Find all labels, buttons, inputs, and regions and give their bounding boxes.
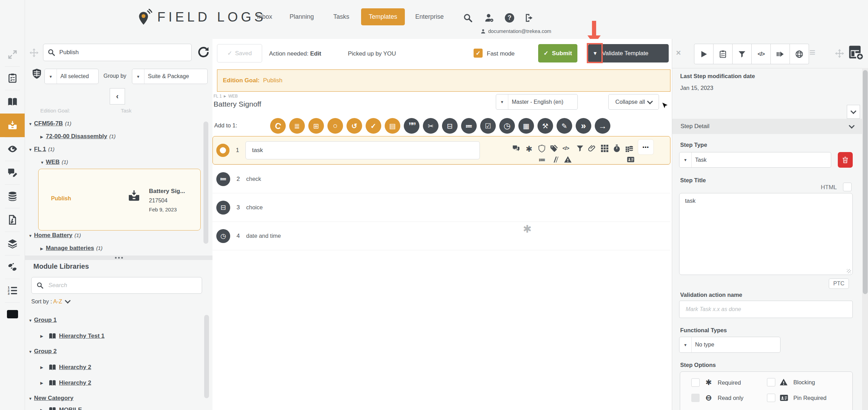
tree-item-cfm56[interactable]: ▼CFM56-7B(1) xyxy=(28,120,71,127)
nav-tasks[interactable]: Tasks xyxy=(333,13,349,20)
step-row-2[interactable]: ≔ 2 check xyxy=(212,165,670,193)
panel-resize-handle[interactable] xyxy=(25,256,212,260)
close-icon[interactable]: × xyxy=(676,48,681,58)
blocking-checkbox[interactable] xyxy=(767,378,775,386)
search-icon[interactable] xyxy=(463,13,473,23)
nav-templates[interactable]: Templates xyxy=(361,8,405,25)
fast-forward-icon[interactable] xyxy=(771,44,790,64)
tree-scrollbar[interactable] xyxy=(203,122,208,244)
read-only-checkbox[interactable] xyxy=(691,394,700,402)
status-filter-dropdown[interactable]: ▾ All selected xyxy=(44,69,99,84)
step-required-icon[interactable]: ✱ xyxy=(526,144,532,154)
numbered-list-icon[interactable]: 123 xyxy=(0,279,25,302)
comment-edit-icon[interactable] xyxy=(0,161,25,184)
expand-icon[interactable] xyxy=(0,43,25,66)
lib-hierarchy-test-1[interactable]: ▶Hierarchy Test 1 xyxy=(40,332,105,340)
panel-scrollbar-thumb[interactable] xyxy=(863,70,868,294)
panel-collapse-dropdown[interactable] xyxy=(847,105,860,119)
user-settings-icon[interactable] xyxy=(485,13,494,23)
lib-mobile[interactable]: ▶MOBILE xyxy=(40,406,82,410)
footprints-icon[interactable] xyxy=(0,255,25,279)
step-row-4[interactable]: ◷ 4 date and time xyxy=(212,221,670,250)
step-checklist-icon[interactable]: ≔ xyxy=(539,156,545,164)
add-table-icon[interactable]: ⊞ xyxy=(308,118,324,134)
library-search-input[interactable] xyxy=(48,282,197,289)
add-scissors-icon[interactable]: ✂ xyxy=(423,118,439,134)
step-shield-icon[interactable] xyxy=(538,144,546,152)
add-choice-icon[interactable]: ⊟ xyxy=(442,118,458,134)
help-icon[interactable]: ? xyxy=(505,13,514,23)
tree-item-fl1[interactable]: ▼FL 1(1) xyxy=(28,146,55,153)
submit-button[interactable]: ✓Submit xyxy=(538,44,577,62)
fast-mode-checkbox[interactable]: ✓ xyxy=(474,49,483,58)
pin-required-checkbox[interactable] xyxy=(767,394,775,402)
library-book-icon[interactable] xyxy=(0,90,25,114)
step-stopwatch-icon[interactable] xyxy=(613,144,621,152)
add-tools-icon[interactable]: ⚒ xyxy=(537,118,553,134)
add-branch-icon[interactable]: » xyxy=(576,118,591,134)
code-icon[interactable]: </> xyxy=(752,44,771,64)
collapse-all-button[interactable]: Collapse all xyxy=(608,94,659,110)
ptc-button[interactable]: PTC xyxy=(829,278,849,289)
lib-hierarchy-2b[interactable]: ▶Hierarchy 2 xyxy=(40,379,91,387)
add-loop-icon[interactable]: ↺ xyxy=(347,118,362,134)
list-menu-icon[interactable]: ≡ xyxy=(809,47,816,58)
clipboard-check-icon[interactable] xyxy=(713,44,733,64)
step-warning-icon[interactable] xyxy=(564,156,572,164)
pdf-file-icon[interactable] xyxy=(0,208,25,232)
checklist-board-icon[interactable] xyxy=(0,66,25,90)
block-icon[interactable] xyxy=(0,302,25,326)
add-quote-icon[interactable]: ”” xyxy=(404,118,419,134)
move-panel-icon[interactable] xyxy=(835,49,844,58)
globe-icon[interactable] xyxy=(790,44,809,64)
step-pin-card-icon[interactable] xyxy=(627,156,635,164)
nav-inbox[interactable]: Inbox xyxy=(257,13,272,20)
functional-types-dropdown[interactable]: ▾ No type xyxy=(679,337,781,353)
html-checkbox[interactable] xyxy=(843,183,852,191)
lib-new-category[interactable]: ▼New Category xyxy=(28,395,73,402)
step-tags-icon[interactable] xyxy=(550,144,558,152)
add-checkbox-icon[interactable]: ☑ xyxy=(480,118,496,134)
eye-preview-icon[interactable] xyxy=(0,137,25,161)
sign-out-icon[interactable] xyxy=(524,13,534,23)
library-scrollbar[interactable] xyxy=(204,315,209,398)
shield-filter-icon[interactable] xyxy=(31,68,42,79)
resize-grip[interactable] xyxy=(847,269,851,273)
validation-action-input[interactable] xyxy=(685,306,847,313)
step-title-textarea[interactable]: task xyxy=(679,193,852,275)
sort-by[interactable]: Sort by : A-Z xyxy=(31,299,70,305)
database-icon[interactable] xyxy=(0,184,25,208)
play-icon[interactable] xyxy=(694,44,713,64)
tree-item-disassembly[interactable]: ▶72-00-00 Disassembly(1) xyxy=(40,133,116,140)
add-media-table-icon[interactable]: ▤ xyxy=(385,118,400,134)
step-more-button[interactable]: ••• xyxy=(638,139,654,155)
required-checkbox[interactable] xyxy=(691,378,700,387)
lib-group-2[interactable]: ▼Group 2 xyxy=(28,348,57,355)
template-search-input[interactable] xyxy=(59,49,187,56)
add-column-table-icon[interactable] xyxy=(848,44,863,60)
group-by-dropdown[interactable]: ▾ Suite & Package xyxy=(132,69,208,84)
add-numbered-list-icon[interactable]: ≣ xyxy=(289,118,305,134)
user-email[interactable]: documentation@trekea.com xyxy=(481,28,551,34)
add-task-icon[interactable]: C xyxy=(270,118,286,134)
add-calculator-icon[interactable]: ▦ xyxy=(518,118,534,134)
templates-tray-icon[interactable] xyxy=(0,114,25,137)
step-filter-icon[interactable] xyxy=(576,144,584,152)
language-dropdown[interactable]: ▾ Master - English (en) xyxy=(496,94,578,110)
step-detail-section-header[interactable]: Step Detail xyxy=(672,119,862,134)
delete-step-button[interactable] xyxy=(838,152,853,168)
step-title-input[interactable] xyxy=(251,147,474,154)
step-grid-icon[interactable] xyxy=(601,144,609,152)
step-code-icon[interactable]: </> xyxy=(562,145,569,151)
step-road-icon[interactable] xyxy=(551,156,559,164)
nav-enterprise[interactable]: Enterprise xyxy=(415,13,444,20)
layers-icon[interactable] xyxy=(0,232,25,255)
lib-group-1[interactable]: ▼Group 1 xyxy=(28,317,57,324)
add-form-edit-icon[interactable]: ✎ xyxy=(557,118,572,134)
add-check-clipboard-icon[interactable]: ✓ xyxy=(366,118,381,134)
lib-hierarchy-2a[interactable]: ▶Hierarchy 2 xyxy=(40,363,91,371)
add-arrow-icon[interactable]: → xyxy=(595,118,610,134)
step-data-grid-icon[interactable] xyxy=(625,144,633,152)
step-paperclip-icon[interactable] xyxy=(588,144,596,152)
tree-item-manage-batteries[interactable]: ▶Manage batteries(1) xyxy=(40,245,102,252)
